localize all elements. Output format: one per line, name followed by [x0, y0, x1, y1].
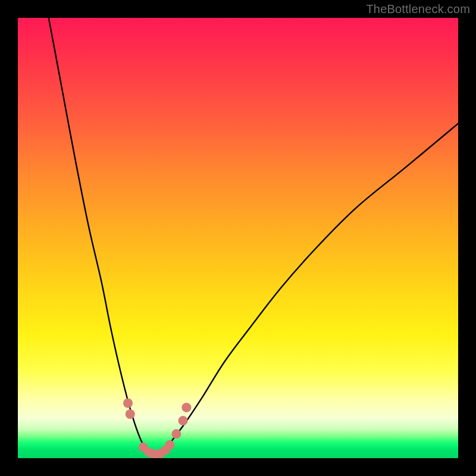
- chart-frame: TheBottleneck.com: [0, 0, 476, 476]
- watermark-label: TheBottleneck.com: [366, 2, 470, 16]
- plot-area: [18, 18, 458, 458]
- bottleneck-curve: [49, 18, 458, 456]
- marker-dot: [178, 416, 188, 425]
- marker-dot: [126, 409, 135, 419]
- v-curve-path: [49, 18, 458, 456]
- curve-layer: [18, 18, 458, 458]
- marker-dot: [171, 429, 181, 439]
- marker-dot: [181, 403, 191, 412]
- marker-dot: [123, 399, 133, 408]
- marker-dot: [165, 440, 174, 450]
